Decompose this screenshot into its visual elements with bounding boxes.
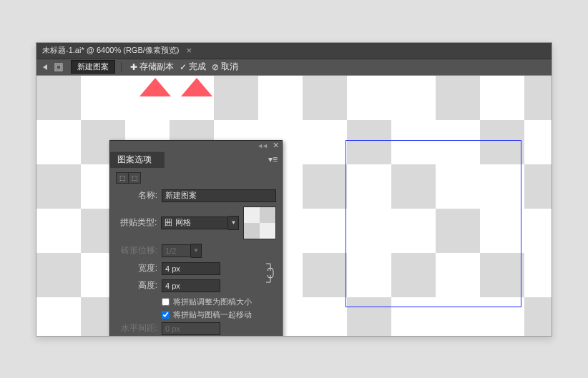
width-label: 宽度:	[116, 262, 162, 274]
cancel-button[interactable]: ⊘ 取消	[209, 61, 241, 73]
brick-offset-label: 砖形位移:	[116, 244, 162, 257]
tile-type-select[interactable]: 囲 网格	[161, 217, 228, 229]
link-dimensions-icon[interactable]	[263, 262, 276, 284]
pattern-options-panel[interactable]: ◄◄ ✕ 图案选项 ▾≡ ⬚⬚ 名称: 新建图案 拼贴类型:	[109, 140, 283, 337]
dropdown-icon: ▼	[191, 244, 202, 258]
tile-type-label: 拼贴类型:	[116, 217, 161, 229]
tile-bounds-box[interactable]	[346, 140, 521, 307]
hspace-label: 水平间距:	[116, 322, 162, 334]
move-with-art-checkbox[interactable]: 将拼贴与图稿一起移动	[162, 309, 276, 320]
dropdown-icon[interactable]: ▼	[228, 216, 239, 230]
cancel-icon: ⊘	[212, 62, 219, 72]
document-title[interactable]: 未标题-1.ai* @ 6400% (RGB/像素预览)	[42, 45, 180, 56]
canvas[interactable]: ◄◄ ✕ 图案选项 ▾≡ ⬚⬚ 名称: 新建图案 拼贴类型:	[36, 76, 552, 336]
name-input[interactable]: 新建图案	[162, 189, 276, 202]
brick-offset-select: 1/2	[162, 244, 191, 257]
tile-edge-tool[interactable]: ⬚⬚	[116, 172, 141, 184]
artwork-triangle-1[interactable]	[139, 78, 171, 96]
height-label: 高度:	[116, 279, 162, 292]
tile-preview	[243, 207, 276, 239]
name-label: 名称:	[116, 189, 162, 202]
artwork-triangle-2[interactable]	[181, 78, 212, 96]
plus-icon: ✚	[130, 62, 137, 72]
back-icon[interactable]	[41, 63, 51, 71]
check-icon: ✓	[180, 62, 187, 72]
artboard-icon[interactable]	[54, 63, 64, 71]
panel-close-icon[interactable]: ✕	[273, 141, 279, 150]
collapse-icon[interactable]: ◄◄	[257, 142, 267, 149]
grid-icon: 囲	[165, 217, 172, 228]
width-input[interactable]: 4 px	[162, 262, 220, 275]
height-input[interactable]: 4 px	[162, 279, 220, 292]
panel-menu-icon[interactable]: ▾≡	[268, 154, 282, 164]
panel-title[interactable]: 图案选项	[110, 151, 165, 168]
done-button[interactable]: ✓ 完成	[177, 61, 209, 73]
close-tab-icon[interactable]: ×	[187, 45, 192, 56]
document-tab-bar: 未标题-1.ai* @ 6400% (RGB/像素预览) ×	[36, 43, 552, 59]
pattern-edit-toolbar: 新建图案 ✚ 存储副本 ✓ 完成 ⊘ 取消	[36, 59, 552, 76]
app-window: 未标题-1.ai* @ 6400% (RGB/像素预览) × 新建图案 ✚ 存储…	[36, 42, 552, 337]
resize-tile-checkbox[interactable]: 将拼贴调整为图稿大小	[162, 297, 276, 307]
svg-rect-1	[57, 65, 61, 69]
pattern-name: 新建图案	[71, 60, 115, 74]
save-copy-button[interactable]: ✚ 存储副本	[127, 61, 177, 73]
hspace-input: 0 px	[162, 322, 220, 335]
